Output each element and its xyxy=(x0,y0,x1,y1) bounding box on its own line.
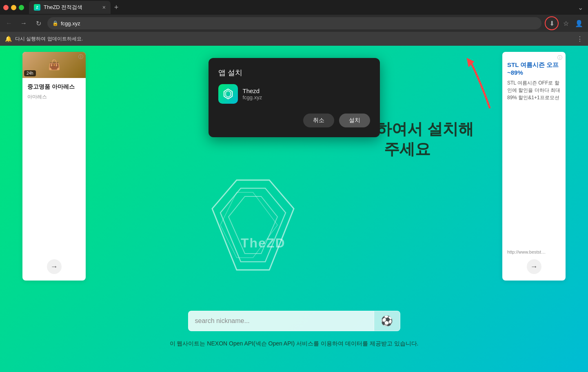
forward-button[interactable]: → xyxy=(18,18,29,29)
ad-right-nav-button[interactable]: → xyxy=(527,259,541,274)
install-app-name: Thezd xyxy=(243,87,262,94)
bookmark-button[interactable]: ☆ xyxy=(560,18,572,29)
browser-chrome: Z TheZD 전적검색 × + ⌄ ← → ↻ 🔒 fcgg.xyz ⬇ ☆ xyxy=(0,0,588,46)
notification-more-button[interactable]: ⋮ xyxy=(577,35,583,43)
svg-text:TheZD: TheZD xyxy=(241,236,286,250)
ad-right-info-icon: ⓘ xyxy=(502,52,566,61)
search-ball-icon: ⚽ xyxy=(381,315,393,327)
traffic-light-green[interactable] xyxy=(19,5,24,10)
ad-panel-left: 👜 24h ⓘ 중고명품 아마레스 아마레스 → xyxy=(22,52,86,281)
install-button[interactable]: 설치 xyxy=(339,114,370,127)
ad-panel-right: ⓘ STL 여름시즌 오프 ~89% STL 여름시즌 OFF로 할인에 할인을… xyxy=(502,52,566,281)
tab-bar-menu[interactable]: ⌄ xyxy=(576,2,585,13)
browser-wrapper: Z TheZD 전적검색 × + ⌄ ← → ↻ 🔒 fcgg.xyz ⬇ ☆ xyxy=(0,0,588,372)
ad-badge: 24h xyxy=(24,70,36,76)
search-input[interactable] xyxy=(195,317,367,325)
ad-right-url: http://www.bestst… xyxy=(507,249,561,254)
svg-marker-4 xyxy=(220,188,286,262)
ad-nav-button[interactable]: → xyxy=(47,259,62,274)
refresh-button[interactable]: ↻ xyxy=(33,18,44,29)
active-tab[interactable]: Z TheZD 전적검색 × xyxy=(29,1,111,14)
ad-image: 👜 24h ⓘ xyxy=(22,52,86,78)
ad-right-desc: STL 여름시즌 OFF로 할인에 할인을 더하다 최대 89% 할인&1+1프… xyxy=(507,79,561,101)
back-button[interactable]: ← xyxy=(3,18,15,29)
address-bar[interactable]: 🔒 fcgg.xyz xyxy=(47,17,541,29)
install-app-button[interactable]: ⬇ xyxy=(545,16,559,30)
traffic-light-red[interactable] xyxy=(3,5,9,10)
notification-bar: 🔔 다시 실행하여 업데이트하세요. ⋮ xyxy=(0,32,588,46)
install-dialog-title: 앱 설치 xyxy=(218,68,370,78)
tab-favicon: Z xyxy=(34,4,40,11)
install-icon: ⬇ xyxy=(549,20,555,27)
arrow-annotation xyxy=(457,54,506,117)
notification-icon: 🔔 xyxy=(5,36,12,42)
install-app-row: Thezd fcgg.xyz xyxy=(218,84,370,104)
install-app-info: Thezd fcgg.xyz xyxy=(243,87,262,100)
notification-text: 다시 실행하여 업데이트하세요. xyxy=(15,36,573,42)
tab-title: TheZD 전적검색 xyxy=(44,4,82,11)
svg-marker-3 xyxy=(212,180,294,270)
install-dialog: 앱 설치 Thezd fcgg.xyz 취소 설치 xyxy=(209,58,380,137)
logo-container: TheZD xyxy=(196,168,310,282)
nav-bar: ← → ↻ 🔒 fcgg.xyz ⬇ ☆ 👤 xyxy=(0,15,588,32)
traffic-light-yellow[interactable] xyxy=(11,5,16,10)
ad-text-area: 중고명품 아마레스 아마레스 xyxy=(22,78,86,259)
install-dialog-buttons: 취소 설치 xyxy=(218,114,370,127)
nav-right-actions: ⬇ ☆ 👤 xyxy=(545,16,585,30)
address-value: fcgg.xyz xyxy=(61,20,80,27)
search-input-container xyxy=(188,311,374,331)
page-content: 앱 설치 Thezd fcgg.xyz 취소 설치 xyxy=(0,46,588,372)
address-lock-icon: 🔒 xyxy=(52,20,58,26)
ad-right-title: STL 여름시즌 오프 ~89% xyxy=(507,61,561,76)
footer-text: 이 웹사이트는 NEXON Open API(넥슨 Open API) 서비스를… xyxy=(170,340,419,347)
ad-title: 중고명품 아마레스 xyxy=(27,83,81,91)
tab-close-button[interactable]: × xyxy=(102,4,106,11)
install-app-icon xyxy=(218,84,238,104)
ad-info-icon: ⓘ xyxy=(78,53,83,60)
search-button[interactable]: ⚽ xyxy=(374,311,400,331)
search-area: ⚽ xyxy=(188,311,400,331)
svg-marker-1 xyxy=(226,91,231,97)
cancel-button[interactable]: 취소 xyxy=(303,114,334,127)
traffic-lights xyxy=(3,5,24,10)
profile-button[interactable]: 👤 xyxy=(573,18,585,29)
install-app-url: fcgg.xyz xyxy=(243,94,262,100)
thezd-logo: TheZD xyxy=(196,168,310,282)
tab-bar: Z TheZD 전적검색 × + ⌄ xyxy=(0,0,588,15)
new-tab-button[interactable]: + xyxy=(111,2,122,13)
ad-source: 아마레스 xyxy=(27,94,81,100)
